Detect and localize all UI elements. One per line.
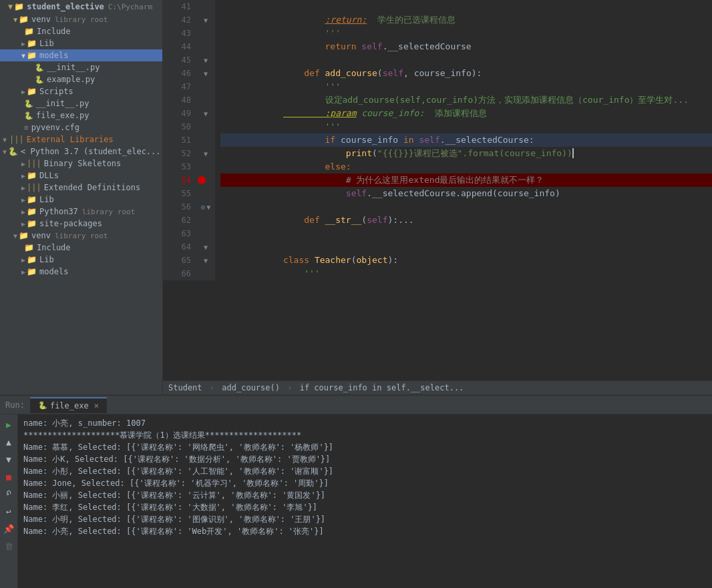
include2-label: Include — [37, 243, 71, 252]
run-wrap-button[interactable]: ↩ — [1, 504, 16, 519]
def45: def — [283, 68, 325, 78]
breadcrumb-sep2: › — [287, 383, 292, 392]
param48-decorator: :param — [283, 108, 357, 118]
example-label: example.py — [47, 75, 95, 84]
run-tab-file-exe[interactable]: 🐍 file_exe × — [30, 397, 107, 413]
gutter-45[interactable]: ▼ — [196, 53, 215, 67]
gutter-49[interactable]: ▼ — [196, 107, 215, 120]
run-clear-button[interactable]: 🗑 — [1, 539, 16, 553]
sidebar-item-project-root[interactable]: ▼ 📁 student_elective C:\Pycharm — [0, 0, 162, 13]
line-num-48: 48 — [166, 93, 191, 107]
run-stop-button[interactable]: ■ — [1, 469, 16, 484]
fold-icon-65[interactable]: ▼ — [204, 257, 208, 264]
sidebar-item-dlls[interactable]: ▶ 📁 DLLs — [0, 170, 162, 182]
gutter-42[interactable]: ▼ — [196, 13, 215, 27]
breadcrumb-if: if course_info in self.__select... — [300, 383, 464, 392]
gutter-65[interactable]: ▼ — [196, 254, 215, 267]
sidebar-item-lib3[interactable]: ▶ 📁 Lib — [0, 254, 162, 266]
sidebar-item-site-packages[interactable]: ▶ 📁 site-packages — [0, 218, 162, 230]
rparen45: ): — [472, 68, 482, 78]
sidebar-item-include1[interactable]: 📁 Include — [0, 25, 162, 37]
chevron-right-icon9: ▶ — [21, 256, 25, 264]
code-line-63 — [220, 227, 712, 240]
venv-suffix: library root — [55, 15, 108, 24]
chevron-down-icon: ▼ — [13, 16, 17, 23]
run-rerun-button[interactable]: ↺ — [1, 487, 16, 501]
line-num-52: 52 — [166, 147, 191, 160]
breadcrumb: Student › add_course() › if course_info … — [163, 380, 712, 394]
fold-icon-49[interactable]: ▼ — [204, 110, 208, 117]
models-label: models — [39, 51, 68, 60]
fold-icon-42[interactable]: ▼ — [204, 17, 208, 24]
sidebar-item-pyvenv[interactable]: ≡ pyvenv.cfg — [0, 121, 162, 133]
sidebar-item-python37[interactable]: ▼ 🐍 < Python 3.7 (student_elec... — [0, 145, 162, 158]
run-tabs: Run: 🐍 file_exe × — [0, 396, 712, 414]
fold-icon-45[interactable]: ▼ — [204, 57, 208, 64]
fold-icon-52[interactable]: ▼ — [204, 150, 208, 158]
fold-icon-64[interactable]: ▼ — [204, 244, 208, 251]
breadcrumb-sep1: › — [210, 383, 214, 392]
fold-icon-56[interactable]: ▼ — [206, 204, 210, 211]
sidebar-item-scripts[interactable]: ▶ 📁 Scripts — [0, 85, 162, 97]
run-pin-button[interactable]: 📌 — [1, 521, 16, 536]
python37-root-suffix: library root — [82, 208, 135, 216]
sidebar-item-python37-root[interactable]: ▶ 📁 Python37 library root — [0, 206, 162, 218]
print51: print — [283, 148, 372, 158]
sidebar-item-example[interactable]: 🐍 example.py — [0, 73, 162, 85]
lib2-label: Lib — [39, 195, 54, 204]
dlls-label: DLLs — [39, 171, 59, 180]
folder-icon7: 📁 — [27, 171, 37, 180]
sidebar-item-venv[interactable]: ▼ 📁 venv library root — [0, 13, 162, 25]
line41-text: 学生的已选课程信息 — [367, 15, 456, 25]
line42-docstr: ''' — [283, 28, 341, 38]
editor-content[interactable]: 41 42 43 44 45 46 47 48 49 50 51 52 53 5… — [163, 0, 712, 380]
sidebar-item-binary-skeletons[interactable]: ▶ ||| Binary Skeletons — [0, 158, 162, 170]
gutter-55 — [196, 187, 215, 200]
rp64: ): — [387, 255, 398, 265]
sidebar-item-include2[interactable]: 📁 Include — [0, 242, 162, 254]
sidebar-item-models2[interactable]: ▶ 📁 models — [0, 266, 162, 278]
def56: def — [283, 215, 325, 225]
sidebar-item-models[interactable]: ▼ 📁 models — [0, 49, 162, 61]
gutter-51 — [196, 133, 215, 147]
folder-icon11: 📁 — [19, 231, 29, 240]
run-down-button[interactable]: ▼ — [1, 452, 16, 467]
gutter-64[interactable]: ▼ — [196, 240, 215, 254]
py-icon4: 🐍 — [24, 111, 33, 120]
sidebar-item-ext-libs[interactable]: ▼ ||| External Libraries — [0, 133, 162, 145]
chevron-right-icon7: ▶ — [21, 208, 25, 216]
line-num-49: 49 — [166, 107, 191, 120]
gutter-52[interactable]: ▼ — [196, 147, 215, 160]
param48-desc: 添加课程信息 — [424, 108, 487, 118]
gutter-44 — [196, 40, 215, 53]
chevron-right-icon10: ▶ — [21, 268, 25, 276]
sidebar-item-venv2[interactable]: ▼ 📁 venv library root — [0, 230, 162, 242]
gutter: ▼ ▼ ▼ ▼ ▼ ⊙ — [196, 0, 215, 280]
chevron-right-icon5: ▶ — [21, 184, 25, 192]
py-run-icon: 🐍 — [38, 401, 47, 410]
fold-icon-46[interactable]: ▼ — [204, 70, 208, 77]
gutter-56: ⊙ ▼ — [196, 200, 215, 214]
run-tab-label: file_exe — [50, 401, 89, 410]
chevron-down-icon2: ▼ — [21, 52, 25, 59]
run-tab-close[interactable]: × — [94, 401, 99, 410]
site-packages-label: site-packages — [39, 219, 102, 228]
py-icon2: 🐍 — [35, 75, 44, 84]
run-play-button[interactable]: ▶ — [1, 417, 16, 432]
sidebar-item-init2[interactable]: 🐍 __init__.py — [0, 97, 162, 109]
gutter-46[interactable]: ▼ — [196, 67, 215, 80]
run-up-button[interactable]: ▲ — [1, 434, 16, 449]
sidebar-item-lib1[interactable]: ▶ 📁 Lib — [0, 37, 162, 49]
output-line-9: Name: 小亮, Selected: [{'课程名称': 'Web开发', '… — [23, 525, 707, 537]
fn56: __str__ — [325, 215, 362, 225]
sidebar-item-lib2[interactable]: ▶ 📁 Lib — [0, 194, 162, 206]
sidebar-item-file-exe[interactable]: 🐍 file_exe.py — [0, 109, 162, 121]
sidebar-item-extended-defs[interactable]: ▶ ||| Extended Definitions — [0, 182, 162, 194]
output-line-6: Name: 小丽, Selected: [{'课程名称': '云计算', '教师… — [23, 489, 707, 501]
line-num-66: 66 — [166, 267, 191, 280]
output-line-7: Name: 李红, Selected: [{'课程名称': '大数据', '教师… — [23, 501, 707, 513]
sidebar-item-init1[interactable]: 🐍 __init__.py — [0, 61, 162, 73]
code-area[interactable]: :return: 学生的已选课程信息 ''' return self.__sel… — [215, 0, 712, 280]
bottom-panel: Run: 🐍 file_exe × ▶ ▲ ▼ ■ ↺ ↩ 📌 🗑 name: … — [0, 394, 712, 588]
self54: self — [283, 188, 367, 198]
